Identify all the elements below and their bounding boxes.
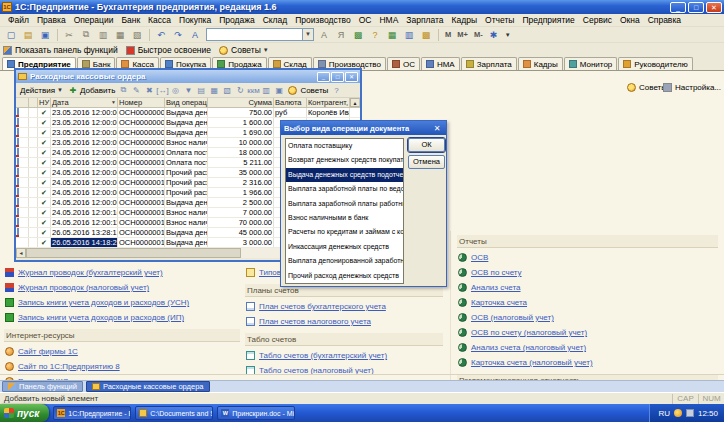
mark-delete-icon[interactable]: ✖ xyxy=(143,84,155,96)
cut-icon[interactable]: ✂ xyxy=(61,28,77,42)
row-number-cell[interactable]: ОСН00000008 xyxy=(118,128,165,137)
row-optype-cell[interactable]: Взнос наличны... xyxy=(165,208,208,217)
link-журнал-проводок-бухгалтерский-учет-[interactable]: Журнал проводок (бухгалтерский учет) xyxy=(18,268,163,277)
row-currency-cell[interactable]: руб xyxy=(274,108,307,117)
panel-settings-button[interactable]: Настройка... xyxy=(663,83,721,92)
mdi-window-button[interactable]: Расходные кассовые ордера xyxy=(86,381,210,392)
tab-зарплата[interactable]: Зарплата xyxy=(461,57,517,70)
row-optype-cell[interactable]: Выдача денеж... xyxy=(165,108,208,117)
search-number-icon[interactable]: ◎ xyxy=(169,84,181,96)
find-icon[interactable]: А xyxy=(187,28,203,42)
tab-нма[interactable]: НМА xyxy=(421,57,460,70)
minimize-button[interactable]: _ xyxy=(670,2,686,13)
operation-type-option[interactable]: Выплата депонированной заработной ... xyxy=(286,254,403,268)
menu-item-склад[interactable]: Склад xyxy=(259,15,292,25)
copy-icon[interactable]: ⧉ xyxy=(78,28,94,42)
tab-ос[interactable]: ОС xyxy=(387,57,420,70)
row-optype-cell[interactable]: Оплата постав... xyxy=(165,148,208,157)
row-sum-cell[interactable]: 5 211.00 xyxy=(208,158,274,167)
calculator-memory-button[interactable]: М+ xyxy=(454,30,471,39)
operation-type-option[interactable]: Выдача денежных средств подотчетни... xyxy=(286,168,403,182)
link-осв-налоговый-учет-[interactable]: ОСВ (налоговый учет) xyxy=(471,313,554,322)
menu-item-производство[interactable]: Производство xyxy=(291,15,354,25)
menu-item-продажа[interactable]: Продажа xyxy=(215,15,258,25)
new-document-icon[interactable]: ▢ xyxy=(3,28,19,42)
scrollbar-thumb[interactable] xyxy=(26,248,241,258)
menu-item-справка[interactable]: Справка xyxy=(644,15,685,25)
row-optype-cell[interactable]: Выдача денеж... xyxy=(165,238,208,247)
window-tips-button[interactable]: Советы xyxy=(286,84,330,97)
link-сайт-фирмы-1с[interactable]: Сайт фирмы 1С xyxy=(18,347,78,356)
window-close-button[interactable]: ✕ xyxy=(345,72,358,82)
window-minimize-button[interactable]: _ xyxy=(317,72,330,82)
cancel-button[interactable]: Отмена xyxy=(408,155,445,169)
tab-монитор[interactable]: Монитор xyxy=(564,57,618,70)
service-settings-icon[interactable]: ✱ xyxy=(486,28,502,42)
menu-item-касса[interactable]: Касса xyxy=(144,15,175,25)
link-сайт-по-1с-предприятию-8[interactable]: Сайт по 1С:Предприятию 8 xyxy=(18,362,120,371)
row-sum-cell[interactable]: 1 966.00 xyxy=(208,188,274,197)
row-date-cell[interactable]: 26.05.2016 14:18:21 xyxy=(51,238,118,247)
menu-item-окна[interactable]: Окна xyxy=(616,15,644,25)
link-план-счетов-налогового-учета[interactable]: План счетов налогового учета xyxy=(259,317,371,326)
maximize-button[interactable]: □ xyxy=(688,2,704,13)
find-next-icon[interactable]: А xyxy=(316,28,332,42)
row-sum-cell[interactable]: 3 000.00 xyxy=(208,238,274,247)
operation-type-option[interactable]: Взнос наличными в банк xyxy=(286,211,403,225)
link-запись-книги-учета-доходов-и-расходов-ип-[interactable]: Запись книги учета доходов и расходов (И… xyxy=(18,313,184,322)
menu-item-отчеты[interactable]: Отчеты xyxy=(481,15,518,25)
link-осв[interactable]: ОСВ xyxy=(471,253,488,262)
language-indicator[interactable]: RU xyxy=(658,409,670,418)
reports-icon[interactable]: ▥ xyxy=(260,84,272,96)
calculator-memory-button[interactable]: М xyxy=(442,30,454,39)
row-optype-cell[interactable]: Выдача денеж... xyxy=(165,128,208,137)
grid-header-blank[interactable] xyxy=(29,98,38,107)
link-запись-книги-учета-доходов-и-расходов-усн-[interactable]: Запись книги учета доходов и расходов (У… xyxy=(18,298,189,307)
row-number-cell[interactable]: ОСН00000017 xyxy=(118,218,165,227)
scroll-left-icon[interactable]: ◄ xyxy=(16,248,26,258)
find-prev-icon[interactable]: Я xyxy=(333,28,349,42)
save-icon[interactable]: ▣ xyxy=(37,28,53,42)
tab-руководителю[interactable]: Руководителю xyxy=(618,57,692,70)
row-optype-cell[interactable]: Прочий расход... xyxy=(165,178,208,187)
row-date-cell[interactable]: 23.05.2016 12:00:08 xyxy=(51,128,118,137)
row-number-cell[interactable]: ОСН00000010 xyxy=(118,148,165,157)
redo-icon[interactable]: ↷ xyxy=(170,28,186,42)
dialog-titlebar[interactable]: Выбор вида операции документа ✕ xyxy=(281,121,446,135)
add-button[interactable]: ✚Добавить xyxy=(65,84,117,97)
paste-icon[interactable]: ▥ xyxy=(95,28,111,42)
refresh-icon[interactable]: ↻ xyxy=(234,84,246,96)
menu-item-операции[interactable]: Операции xyxy=(70,15,118,25)
tray-notification-icon[interactable] xyxy=(674,409,682,417)
calculator-memory-button[interactable]: М- xyxy=(471,30,486,39)
structure-icon[interactable]: ▣ xyxy=(273,84,285,96)
tips-button[interactable]: Советы ▼ xyxy=(219,45,269,55)
link-осв-по-счету-налоговый-учет-[interactable]: ОСВ по счету (налоговый учет) xyxy=(471,328,587,337)
table-settings-icon[interactable]: ▦ xyxy=(384,28,400,42)
link-карточка-счета-налоговый-учет-[interactable]: Карточка счета (налоговый учет) xyxy=(471,358,593,367)
link-анализ-счета[interactable]: Анализ счета xyxy=(471,283,521,292)
kkm-icon[interactable]: ккм xyxy=(247,84,259,96)
row-sum-cell[interactable]: 750.00 xyxy=(208,108,274,117)
row-number-cell[interactable]: ОСН00000015 xyxy=(118,198,165,207)
operation-type-option[interactable]: Прочий расход денежных средств xyxy=(286,269,403,283)
menu-item-ос[interactable]: ОС xyxy=(355,15,376,25)
tab-кадры[interactable]: Кадры xyxy=(518,57,563,70)
row-optype-cell[interactable]: Выдача денеж... xyxy=(165,198,208,207)
grid-header-contractor[interactable]: Контрагент, п xyxy=(307,98,350,107)
row-date-cell[interactable]: 23.05.2016 12:00:06 xyxy=(51,108,118,117)
row-sum-cell[interactable]: 2 316.00 xyxy=(208,178,274,187)
open-icon[interactable]: ▤ xyxy=(20,28,36,42)
link-осв-по-счету[interactable]: ОСВ по счету xyxy=(471,268,522,277)
chevron-down-icon[interactable]: ▼ xyxy=(302,29,313,40)
row-optype-cell[interactable]: Выдача денеж... xyxy=(165,118,208,127)
list-setup-icon[interactable]: ▤ xyxy=(195,84,207,96)
row-date-cell[interactable]: 24.05.2016 12:00:07 xyxy=(51,178,118,187)
copy-format-icon[interactable]: ▩ xyxy=(350,28,366,42)
row-date-cell[interactable]: 24.05.2016 12:00:06 xyxy=(51,168,118,177)
undo-icon[interactable]: ↶ xyxy=(153,28,169,42)
grid-header-date[interactable]: Дата▼ xyxy=(51,98,118,107)
row-sum-cell[interactable]: 1 600.00 xyxy=(208,118,274,127)
row-date-cell[interactable]: 24.05.2016 12:00:10 xyxy=(51,208,118,217)
link-журнал-проводок-налоговый-учет-[interactable]: Журнал проводок (налоговый учет) xyxy=(18,283,149,292)
